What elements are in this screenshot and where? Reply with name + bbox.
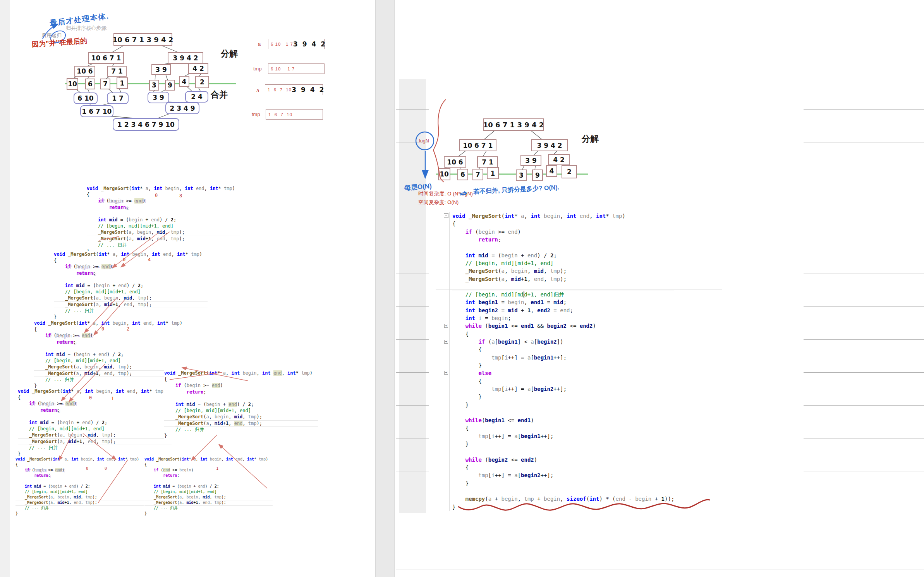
array-row-label: tmp — [252, 111, 260, 117]
tree-node-split-right: 10 6 7 1 — [459, 139, 496, 151]
tree-node-merge: 1 7 — [107, 92, 129, 104]
text-cursor — [524, 291, 524, 298]
decompose-label-left: 分解 — [221, 48, 238, 60]
array-values-sorted: 1 6 7 10 — [268, 112, 292, 117]
code-line: // [begin, mid][mid+1, end] — [164, 407, 318, 414]
code-line: // [begin, mid][mid+1, end] — [18, 426, 172, 432]
code-line: else — [452, 369, 674, 377]
code-line — [452, 243, 674, 251]
tree-node-split-right: 4 2 — [548, 154, 570, 165]
tree-node-split-right: 10 — [438, 168, 450, 180]
code-line: } — [452, 401, 674, 409]
red-recursion-value: 0 — [89, 395, 92, 401]
tree-node-split-right: 1 — [487, 167, 499, 179]
tree-node-split-right: 4 — [546, 165, 557, 177]
code-line — [54, 276, 208, 283]
code-line: while (begin2 <= end2) — [452, 456, 674, 464]
tree-node-split-right: 3 9 — [520, 155, 541, 166]
tree-node-split-right: 2 — [562, 165, 577, 178]
code-line — [452, 409, 674, 416]
array-row-box: 6 10 1 7 — [268, 63, 325, 74]
code-line: int mid = (begin + end) / 2; — [34, 351, 188, 358]
code-line: _MergeSort(a, begin, mid, tmp); — [87, 229, 240, 235]
code-line: } — [452, 361, 674, 369]
red-recursion-value: 0 — [123, 257, 125, 262]
code-line: memcpy(a + begin, tmp + begin, sizeof(in… — [452, 495, 674, 503]
decompose-label-right: 分解 — [582, 133, 599, 145]
code-line: tmp[i++] = a[begin1++]; — [452, 432, 674, 440]
code-line — [18, 413, 172, 419]
tree-node-split-right: 3 9 4 2 — [531, 139, 568, 151]
array-row-box: 1 6 7 10 — [266, 109, 323, 120]
fold-plus-icon[interactable]: + — [444, 371, 448, 375]
tree-node-merge: 6 10 — [74, 92, 98, 104]
code-line: if (begin >= end) — [452, 228, 674, 236]
red-recursion-value: 0 — [101, 326, 104, 332]
tree-node-merge: 3 9 — [148, 92, 169, 103]
code-line: // [begin, mid][mid+1, end] — [144, 489, 273, 495]
code-line: { — [452, 346, 674, 353]
tree-node-split-right: 10 6 — [444, 156, 466, 168]
code-line: _MergeSort(a, begin, mid, tmp); — [54, 295, 208, 301]
code-line: int mid = (begin + end) / 2; — [164, 401, 318, 407]
fold-plus-icon[interactable]: + — [444, 340, 448, 344]
code-line: _MergeSort(a, begin, mid, tmp); — [164, 414, 318, 420]
code-line: int mid = (begin + end) / 2; — [452, 252, 674, 259]
tree-node-split-right: 10 6 7 1 3 9 4 2 — [483, 118, 544, 131]
code-line: // ... 归并 — [15, 505, 144, 511]
code-line: int begin2 = mid + 1, end2 = end; — [452, 306, 674, 314]
fold-minus-icon[interactable]: − — [444, 213, 448, 218]
tree-node-merge: 1 6 7 10 — [80, 105, 113, 117]
code-line: } — [144, 511, 273, 516]
code-line — [34, 345, 188, 351]
notebook-canvas: 最后才处理本体. 归并排序核心步骤: 后序递归 因为"并"在最后的 分解 合并 … — [0, 0, 924, 577]
tree-node-split: 7 — [100, 79, 110, 89]
red-recursion-value: 0 — [155, 193, 158, 198]
core-steps-title: 归并排序核心步骤: — [66, 25, 108, 32]
code-line — [144, 478, 273, 484]
code-line: { — [87, 192, 240, 198]
code-line: return; — [87, 204, 240, 211]
code-snippet-5: void _MergeSort(int* a, int begin, int e… — [15, 457, 144, 516]
code-line: while(begin1 <= end1) — [452, 416, 674, 424]
code-line: void _MergeSort(int* a, int begin, int e… — [452, 212, 674, 220]
code-line: if (begin >= end) — [54, 264, 208, 270]
code-line — [87, 211, 240, 217]
code-line: int mid = (begin + end) / 2; — [18, 419, 172, 426]
code-line: void _MergeSort(int* a, int begin, int e… — [18, 388, 172, 394]
code-line: _MergeSort(a, begin, mid, tmp); — [452, 267, 674, 275]
fold-plus-icon[interactable]: + — [444, 324, 448, 328]
code-line: void _MergeSort(int* a, int begin, int e… — [164, 370, 318, 376]
code-line: void _MergeSort(int* a, int begin, int e… — [15, 457, 144, 462]
tree-node-split: 10 6 — [74, 66, 95, 77]
code-line: { — [452, 330, 674, 338]
code-line: int mid = (begin + end) / 2; — [15, 484, 144, 489]
code-line: } — [18, 451, 172, 457]
red-recursion-value: 2 — [127, 326, 129, 332]
code-line: // ... 归并 — [164, 426, 318, 433]
code-line: tmp[i++] = a[begin2++]; — [452, 385, 674, 393]
tree-node-merge: 2 3 4 9 — [165, 102, 199, 114]
space-complexity: 空间复杂度: O(N) — [418, 199, 459, 206]
code-line: return; — [18, 407, 172, 413]
tree-node-split-right: 9 — [532, 170, 543, 181]
code-line: _MergeSort(a, mid+1, end, tmp); — [87, 236, 240, 242]
tree-node-split-right: 7 1 — [477, 156, 498, 168]
code-line: _MergeSort(a, mid+1, end, tmp); — [18, 438, 172, 445]
code-line: _MergeSort(a, mid+1, end, tmp); — [164, 420, 318, 426]
array-row-box: 6 10 1 73 9 4 2 — [268, 39, 325, 49]
red-recursion-value: 0 — [105, 466, 107, 471]
tree-node-split: 3 9 4 2 — [168, 52, 203, 64]
code-line: _MergeSort(a, mid+1, end, tmp); — [54, 301, 208, 308]
code-snippet-6: void _MergeSort(int* a, int begin, int e… — [164, 370, 318, 439]
tree-node-split: 3 — [149, 80, 159, 91]
tree-node-split: 10 — [67, 78, 78, 90]
code-line: while (begin1 <= end1 && begin2 <= end2) — [452, 322, 674, 330]
tree-node-split-right: 6 — [457, 169, 468, 180]
array-values-sorted: 6 10 1 7 — [271, 42, 293, 46]
code-line: if (begin >= end) — [87, 198, 240, 204]
tree-node-split: 4 2 — [188, 63, 208, 74]
tree-node-split: 10 6 7 1 3 9 4 2 — [113, 33, 172, 46]
code-line: _MergeSort(a, mid+1, end, tmp); — [15, 500, 144, 505]
code-line: { — [452, 424, 674, 432]
